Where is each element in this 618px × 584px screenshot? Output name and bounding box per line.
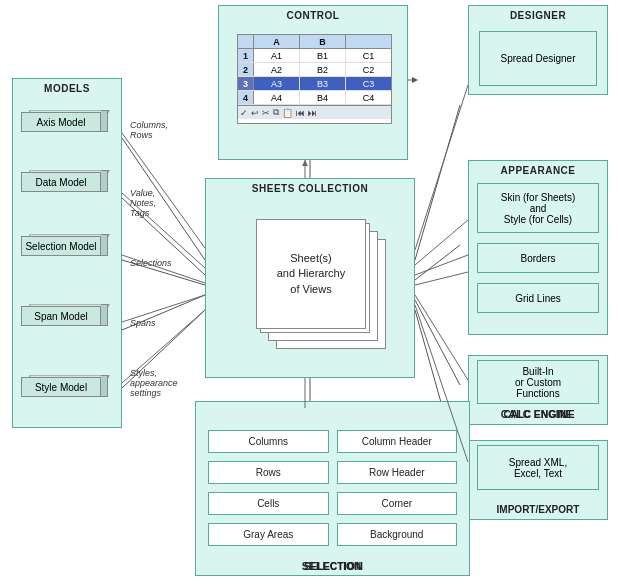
col-header-a: A (254, 35, 300, 48)
row-4-header: 4 (238, 91, 254, 104)
skin-style-box: Skin (for Sheets)andStyle (for Cells) (477, 183, 599, 233)
svg-line-20 (415, 255, 468, 275)
spreadsheet[interactable]: A B 1 A1 B1 C1 2 A2 B2 C2 3 A3 B3 C3 (237, 34, 392, 124)
cell-c4[interactable]: C4 (346, 91, 391, 104)
sel-corner: Corner (337, 492, 458, 515)
selection-bottom-label: SELECTION (196, 561, 469, 572)
appearance-section: APPEARANCE Skin (for Sheets)andStyle (fo… (468, 160, 608, 335)
axis-model-label: Axis Model (21, 112, 101, 132)
calc-label: CALC ENGINE (469, 409, 607, 420)
cell-a3[interactable]: A3 (254, 77, 300, 90)
svg-line-19 (415, 220, 468, 265)
diagram: MODELS Axis Model Data Model Selection M… (0, 0, 618, 584)
selection-model-label: Selection Model (21, 236, 101, 256)
import-export-section: Spread XML,Excel, Text IMPORT/EXPORT (468, 440, 608, 520)
designer-section: DESIGNER Spread Designer (468, 5, 608, 95)
selections-label: Selections (130, 258, 172, 268)
selection-model-box: Selection Model (21, 231, 111, 259)
svg-line-21 (415, 272, 468, 285)
cell-b3[interactable]: B3 (300, 77, 346, 90)
sel-gray-areas: Gray Areas (208, 523, 329, 546)
sheets-collection: SHEETS COLLECTION Sheet(s)and Hierarchyo… (205, 178, 415, 378)
spans-label: Spans (130, 318, 156, 328)
row-2-header: 2 (238, 63, 254, 76)
cell-b1[interactable]: B1 (300, 49, 346, 62)
row-3-header: 3 (238, 77, 254, 90)
col-header-c (346, 35, 391, 48)
selection-grid: Columns Column Header Rows Row Header Ce… (196, 402, 469, 556)
calc-inner: Built-Inor CustomFunctions (477, 360, 599, 404)
cell-c3[interactable]: C3 (346, 77, 391, 90)
spreadsheet-toolbar[interactable]: ✓ ↩ ✂ ⧉ 📋 ⏮ ⏭ (238, 105, 391, 119)
cell-c2[interactable]: C2 (346, 63, 391, 76)
designer-title: DESIGNER (469, 10, 607, 21)
sel-columns: Columns (208, 430, 329, 453)
data-model-box: Data Model (21, 167, 111, 195)
sheets-title: SHEETS COLLECTION (206, 183, 414, 194)
borders-box: Borders (477, 243, 599, 273)
cell-a2[interactable]: A2 (254, 63, 300, 76)
appearance-title: APPEARANCE (469, 165, 607, 176)
cell-c1[interactable]: C1 (346, 49, 391, 62)
models-title: MODELS (13, 83, 121, 94)
axis-model-box: Axis Model (21, 107, 111, 135)
cell-b4[interactable]: B4 (300, 91, 346, 104)
models-section: MODELS Axis Model Data Model Selection M… (12, 78, 122, 428)
cell-a1[interactable]: A1 (254, 49, 300, 62)
sel-column-header: Column Header (337, 430, 458, 453)
span-model-box: Span Model (21, 301, 111, 329)
columns-rows-label: Columns,Rows (130, 120, 168, 140)
control-section: CONTROL A B 1 A1 B1 C1 2 A2 B2 C2 3 (218, 5, 408, 160)
svg-line-8 (415, 300, 460, 385)
svg-line-7 (415, 245, 460, 280)
control-title: CONTROL (219, 10, 407, 21)
styles-label: Styles,appearancesettings (130, 368, 178, 398)
svg-line-22 (415, 295, 468, 380)
selection-section: SELECTION Columns Column Header Rows Row… (195, 401, 470, 576)
sel-background: Background (337, 523, 458, 546)
sel-row-header: Row Header (337, 461, 458, 484)
grid-lines-box: Grid Lines (477, 283, 599, 313)
svg-line-18 (415, 85, 468, 250)
import-inner: Spread XML,Excel, Text (477, 445, 599, 490)
value-notes-tags-label: Value,Notes,Tags (130, 188, 156, 218)
sheets-inner-label: Sheet(s)and Hierarchyof Views (277, 251, 345, 297)
style-model-box: Style Model (21, 372, 111, 400)
data-model-label: Data Model (21, 172, 101, 192)
sel-cells: Cells (208, 492, 329, 515)
sel-rows: Rows (208, 461, 329, 484)
row-1-header: 1 (238, 49, 254, 62)
svg-line-6 (415, 105, 460, 260)
calc-engine-section: CALC ENGINE Built-Inor CustomFunctions C… (468, 355, 608, 425)
import-label: IMPORT/EXPORT (469, 504, 607, 515)
col-header-b: B (300, 35, 346, 48)
spread-designer-button[interactable]: Spread Designer (479, 31, 597, 86)
cell-b2[interactable]: B2 (300, 63, 346, 76)
style-model-label: Style Model (21, 377, 101, 397)
span-model-label: Span Model (21, 306, 101, 326)
cell-a4[interactable]: A4 (254, 91, 300, 104)
